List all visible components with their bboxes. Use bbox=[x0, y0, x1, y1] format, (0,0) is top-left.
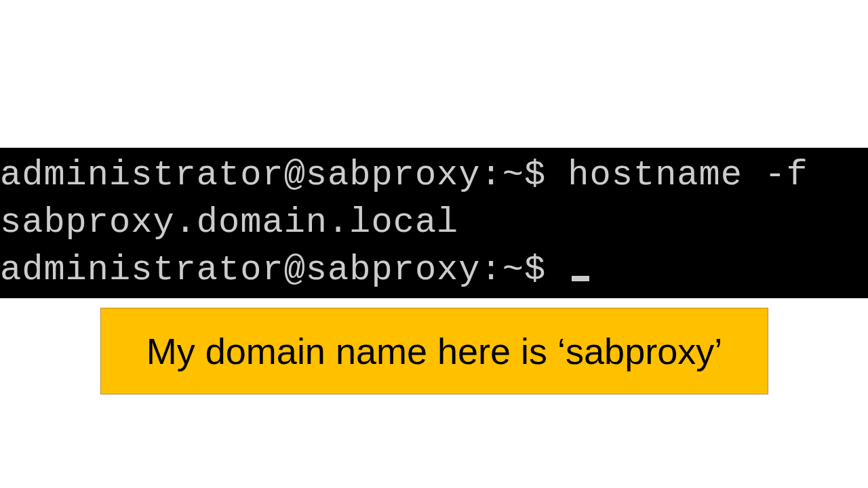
annotation-text: My domain name here is ‘sabproxy’ bbox=[146, 330, 722, 372]
terminal-cursor bbox=[572, 276, 589, 281]
terminal-prompt-2: administrator@sabproxy:~$ bbox=[0, 250, 568, 290]
terminal-command-1: hostname -f bbox=[568, 155, 808, 195]
terminal-line-1: administrator@sabproxy:~$ hostname -f bbox=[0, 152, 868, 199]
terminal-output-1: sabproxy.domain.local bbox=[0, 199, 868, 247]
terminal-window[interactable]: administrator@sabproxy:~$ hostname -f sa… bbox=[0, 148, 868, 298]
terminal-line-3: administrator@sabproxy:~$ bbox=[0, 247, 868, 294]
terminal-prompt-1: administrator@sabproxy:~$ bbox=[0, 155, 568, 195]
annotation-callout: My domain name here is ‘sabproxy’ bbox=[100, 308, 768, 394]
